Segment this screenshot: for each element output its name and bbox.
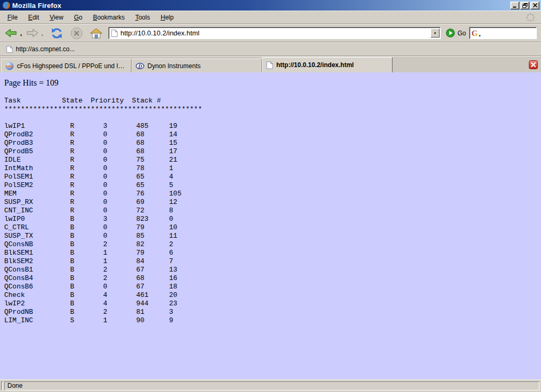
page-icon: [266, 61, 273, 69]
stop-button[interactable]: [69, 26, 84, 41]
forward-button[interactable]: [24, 26, 40, 40]
menu-go[interactable]: Go: [69, 12, 88, 23]
search-input[interactable]: [481, 30, 535, 37]
forward-dropdown-icon[interactable]: ▼: [41, 34, 44, 37]
home-icon: [90, 28, 102, 39]
cfos-icon: cFos: [5, 62, 14, 70]
page-icon: [111, 29, 118, 38]
reload-icon: [50, 27, 63, 39]
url-input[interactable]: [120, 29, 431, 37]
page-hits-text: Page Hits = 109: [4, 78, 538, 88]
tab-2[interactable]: DDynon Instruments: [132, 59, 262, 72]
menu-items: FileEditViewGoBookmarksToolsHelp: [2, 12, 179, 23]
url-bar: ▼: [108, 27, 441, 39]
navigation-toolbar: ▼ ▼: [0, 24, 541, 42]
go-button-label: Go: [458, 30, 466, 37]
minimize-icon: [512, 3, 518, 8]
page-icon: [6, 45, 13, 53]
search-box: G ▼: [469, 27, 537, 39]
status-bar: Done: [0, 379, 541, 392]
menu-bookmarks[interactable]: Bookmarks: [88, 12, 130, 23]
firefox-logo-icon: [2, 1, 11, 10]
menu-file[interactable]: File: [2, 12, 23, 23]
dynon-icon: D: [136, 62, 144, 70]
menu-help[interactable]: Help: [155, 12, 179, 23]
home-button[interactable]: [88, 26, 104, 40]
status-grip: [1, 381, 3, 390]
window-controls: [510, 2, 539, 10]
task-table: Task State Priority Stack # ************…: [4, 97, 538, 325]
firefox-window: Mozilla Firefox FileEditViewGoBookmarksT…: [0, 0, 541, 392]
url-dropdown-icon: ▼: [434, 32, 437, 35]
svg-text:D: D: [138, 63, 142, 69]
restore-button[interactable]: [520, 2, 529, 10]
bookmarks-toolbar: http://as.cmpnet.co...: [0, 42, 541, 56]
menu-tools[interactable]: Tools: [130, 12, 155, 23]
tab-3-active[interactable]: http://10.0.10.2/index.html: [262, 57, 393, 72]
menu-edit[interactable]: Edit: [23, 12, 44, 23]
bookmark-label: http://as.cmpnet.co...: [16, 45, 74, 53]
tab-label: Dynon Instruments: [147, 62, 201, 70]
tab-1[interactable]: cFoscFos Highspeed DSL / PPPoE und ISDN …: [1, 59, 132, 72]
minimize-button[interactable]: [510, 2, 519, 10]
tab-label: cFos Highspeed DSL / PPPoE und ISDN CAP.…: [17, 62, 127, 70]
menu-view[interactable]: View: [44, 12, 69, 23]
throbber-icon: [524, 11, 537, 24]
forward-arrow-icon: [26, 28, 39, 38]
status-text: Done: [7, 382, 23, 389]
restore-icon: [523, 3, 528, 8]
title-bar: Mozilla Firefox: [0, 0, 541, 11]
window-title: Mozilla Firefox: [12, 2, 61, 10]
back-arrow-icon: [5, 28, 17, 38]
back-dropdown-icon[interactable]: ▼: [20, 34, 23, 37]
page-content: Page Hits = 109 Task State Priority Stac…: [0, 72, 541, 379]
svg-text:cFos: cFos: [6, 64, 14, 68]
close-icon: [533, 3, 538, 8]
go-icon: [446, 29, 455, 38]
back-button[interactable]: [3, 26, 19, 40]
close-tab-button[interactable]: [529, 60, 538, 69]
tab-strip: cFoscFos Highspeed DSL / PPPoE und ISDN …: [0, 56, 541, 72]
close-button[interactable]: [530, 2, 539, 10]
reload-button[interactable]: [49, 26, 65, 41]
svg-text:G: G: [472, 29, 478, 38]
menu-bar: FileEditViewGoBookmarksToolsHelp: [0, 11, 541, 24]
url-dropdown-button[interactable]: ▼: [431, 29, 440, 38]
go-button[interactable]: Go: [444, 29, 469, 38]
close-tab-icon: [529, 60, 538, 69]
stop-icon: [71, 27, 82, 39]
tab-label: http://10.0.10.2/index.html: [276, 61, 354, 69]
bookmark-item[interactable]: http://as.cmpnet.co...: [4, 44, 77, 54]
